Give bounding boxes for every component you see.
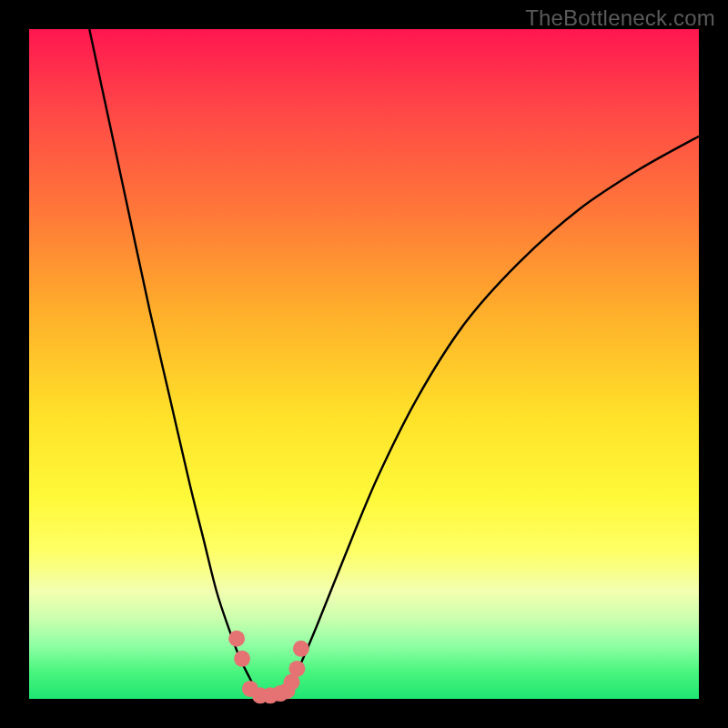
chart-svg	[29, 29, 699, 699]
marker-point	[228, 631, 245, 647]
marker-point	[288, 661, 305, 677]
marker-point	[293, 641, 309, 657]
chart-frame: TheBottleneck.com	[0, 0, 728, 728]
marker-point	[234, 651, 250, 667]
chart-plot-area	[29, 29, 699, 699]
highlight-markers	[228, 631, 309, 704]
watermark-text: TheBottleneck.com	[525, 5, 715, 31]
left-curve	[89, 29, 260, 699]
right-curve	[284, 136, 699, 699]
